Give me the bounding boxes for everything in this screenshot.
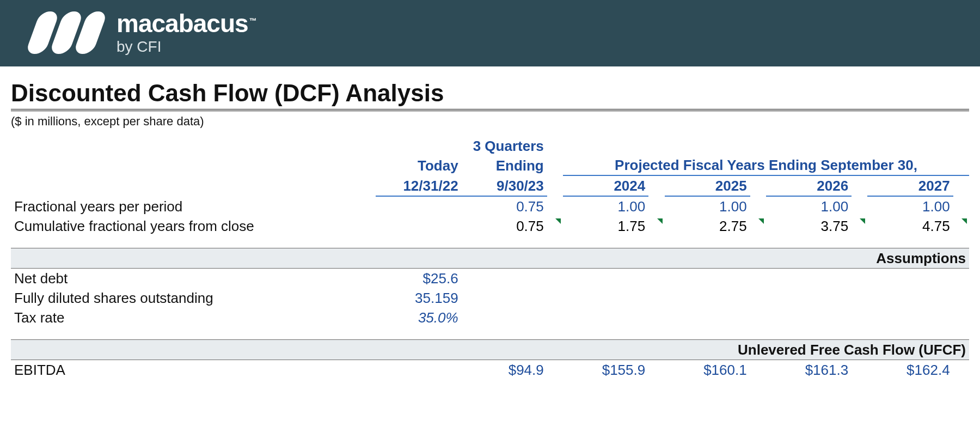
hdr-today: Today: [376, 156, 461, 175]
val-frac-stub: 0.75: [462, 196, 547, 216]
val-ebitda-2025: $160.1: [665, 360, 750, 380]
dcf-table: 3 Quarters Projected Fiscal Years Ending…: [11, 136, 969, 380]
title-rule: [11, 109, 969, 111]
section-ufcf: Unlevered Free Cash Flow (UFCF): [11, 340, 969, 360]
hdr-stub-l1: 3 Quarters: [462, 136, 547, 156]
row-tax-rate: Tax rate 35.0%: [11, 308, 969, 327]
section-assumptions-title: Assumptions: [11, 248, 969, 269]
subtitle: ($ in millions, except per share data): [11, 114, 969, 129]
section-assumptions: Assumptions: [11, 248, 969, 269]
brand-byline: by CFI: [117, 39, 256, 54]
val-frac-2027: 1.00: [867, 196, 953, 216]
val-frac-2025: 1.00: [665, 196, 750, 216]
val-ebitda-stub: $94.9: [462, 360, 547, 380]
val-ebitda-2027: $162.4: [867, 360, 953, 380]
cell-flag-icon: [547, 216, 563, 236]
hdr-proj-span: Projected Fiscal Years Ending September …: [563, 136, 969, 175]
hdr-today-date: 12/31/22: [376, 175, 461, 196]
cell-flag-icon: [750, 216, 766, 236]
hdr-year-2024: 2024: [563, 175, 648, 196]
val-shares: 35.159: [376, 288, 461, 308]
brand-text: macabacus™ by CFI: [117, 11, 256, 54]
brand-tm: ™: [249, 16, 256, 25]
hdr-year-2027: 2027: [867, 175, 953, 196]
row-net-debt: Net debt $25.6: [11, 269, 969, 289]
row-ebitda: EBITDA $94.9 $155.9 $160.1 $161.3 $162.4: [11, 360, 969, 380]
cell-flag-icon: [648, 216, 664, 236]
val-ebitda-2024: $155.9: [563, 360, 648, 380]
cell-flag-icon: [852, 216, 867, 236]
val-net-debt: $25.6: [376, 269, 461, 289]
label-net-debt: Net debt: [11, 269, 376, 289]
brand-logo-icon: [33, 11, 100, 54]
val-cum-2026: 3.75: [766, 216, 852, 236]
label-tax: Tax rate: [11, 308, 376, 327]
val-cum-2025: 2.75: [665, 216, 750, 236]
val-cum-2027: 4.75: [867, 216, 953, 236]
hdr-year-2025: 2025: [665, 175, 750, 196]
label-frac: Fractional years per period: [11, 196, 376, 216]
hdr-stub-l2: Ending: [462, 156, 547, 175]
row-cumulative-years: Cumulative fractional years from close 0…: [11, 216, 969, 236]
label-shares: Fully diluted shares outstanding: [11, 288, 376, 308]
hdr-stub-date: 9/30/23: [462, 175, 547, 196]
val-frac-2024: 1.00: [563, 196, 648, 216]
cell-flag-icon: [953, 216, 969, 236]
label-cum: Cumulative fractional years from close: [11, 216, 376, 236]
label-ebitda: EBITDA: [11, 360, 376, 380]
val-cum-stub: 0.75: [462, 216, 547, 236]
val-cum-2024: 1.75: [563, 216, 648, 236]
page-title: Discounted Cash Flow (DCF) Analysis: [11, 80, 969, 107]
val-ebitda-2026: $161.3: [766, 360, 852, 380]
brand-name: macabacus: [117, 9, 248, 38]
brand-header: macabacus™ by CFI: [0, 0, 980, 66]
row-fractional-years: Fractional years per period 0.75 1.00 1.…: [11, 196, 969, 216]
val-frac-2026: 1.00: [766, 196, 852, 216]
section-ufcf-title: Unlevered Free Cash Flow (UFCF): [11, 340, 969, 360]
val-tax: 35.0%: [376, 308, 461, 327]
hdr-year-2026: 2026: [766, 175, 852, 196]
row-shares: Fully diluted shares outstanding 35.159: [11, 288, 969, 308]
